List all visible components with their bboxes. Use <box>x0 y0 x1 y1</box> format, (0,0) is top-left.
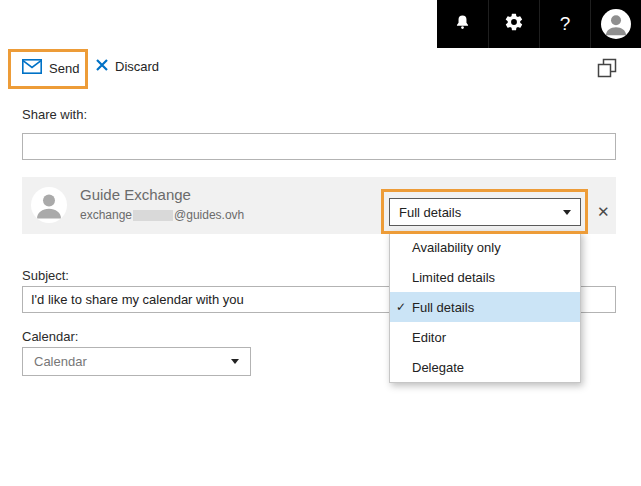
menu-item-label: Availability only <box>412 240 501 255</box>
redacted-email-segment <box>133 210 173 221</box>
permission-dropdown[interactable]: Full details <box>389 198 581 226</box>
menu-item-label: Full details <box>412 300 474 315</box>
popout-button[interactable] <box>597 58 617 82</box>
permission-dropdown-value: Full details <box>399 205 461 220</box>
recipient-name: Guide Exchange <box>80 186 191 203</box>
recipient-email: exchange@guides.ovh <box>80 208 244 222</box>
recipient-avatar <box>31 187 67 223</box>
top-app-bar: ? <box>437 0 641 48</box>
share-calendar-dialog: ? Send Discard <box>0 0 641 486</box>
menu-item-delegate[interactable]: Delegate <box>390 352 580 382</box>
menu-item-label: Limited details <box>412 270 495 285</box>
settings-button[interactable] <box>488 0 539 48</box>
popout-windows-icon <box>597 64 617 81</box>
menu-item-label: Delegate <box>412 360 464 375</box>
discard-x-icon <box>96 59 108 74</box>
menu-item-limited-details[interactable]: Limited details <box>390 262 580 292</box>
send-button-label: Send <box>49 61 79 76</box>
menu-item-availability-only[interactable]: Availability only <box>390 232 580 262</box>
help-button[interactable]: ? <box>539 0 590 48</box>
help-question-mark: ? <box>560 13 571 35</box>
share-with-label: Share with: <box>22 107 87 122</box>
menu-item-full-details[interactable]: ✓ Full details <box>390 292 580 322</box>
notifications-button[interactable] <box>437 0 488 48</box>
calendar-label: Calendar: <box>22 329 78 344</box>
envelope-send-icon <box>22 59 42 77</box>
discard-button-label: Discard <box>115 59 159 74</box>
user-avatar <box>601 9 631 39</box>
gear-icon <box>504 12 524 36</box>
send-button[interactable]: Send <box>22 59 79 77</box>
calendar-dropdown[interactable]: Calendar <box>22 347 251 376</box>
recipient-email-prefix: exchange <box>80 208 132 222</box>
checkmark-icon: ✓ <box>396 300 406 314</box>
chevron-down-icon <box>231 359 239 364</box>
subject-label: Subject: <box>22 268 69 283</box>
chevron-down-icon <box>563 210 571 215</box>
account-button[interactable] <box>590 0 641 48</box>
discard-button[interactable]: Discard <box>96 59 159 74</box>
menu-item-label: Editor <box>412 330 446 345</box>
menu-item-editor[interactable]: Editor <box>390 322 580 352</box>
permission-menu: Availability only Limited details ✓ Full… <box>389 231 581 383</box>
remove-recipient-button[interactable]: ✕ <box>597 204 610 219</box>
recipient-email-suffix: @guides.ovh <box>174 208 244 222</box>
calendar-dropdown-value: Calendar <box>34 354 87 369</box>
share-with-input[interactable] <box>22 133 616 160</box>
bell-icon <box>453 13 472 36</box>
